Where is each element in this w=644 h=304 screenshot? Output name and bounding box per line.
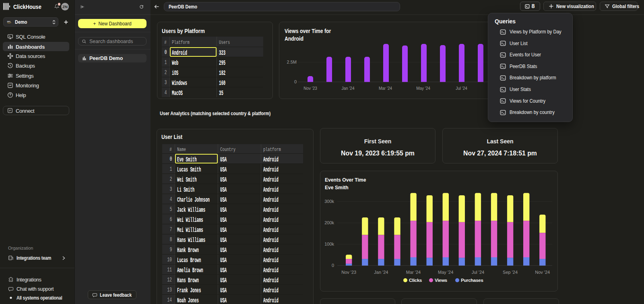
svg-text:May '24: May '24 [438,270,453,275]
svg-text:Mar '24: Mar '24 [379,86,392,91]
svg-text:Purchases: Purchases [461,278,483,283]
svg-text:Views: Views [435,278,447,283]
svg-text:May '24: May '24 [416,86,430,91]
svg-text:Nov '23: Nov '23 [341,270,356,275]
svg-text:Jan '24: Jan '24 [374,270,388,275]
svg-text:aws: aws [7,21,11,23]
svg-text:200k: 200k [324,220,334,225]
svg-text:Clicks: Clicks [409,278,422,283]
svg-text:Nov '24: Nov '24 [535,270,550,275]
svg-text:Sep '24: Sep '24 [503,270,518,275]
svg-text:Jul '24: Jul '24 [456,86,467,91]
svg-text:0: 0 [332,263,334,268]
svg-text:Nov '23: Nov '23 [303,86,317,91]
svg-text:Mar '24: Mar '24 [406,270,421,275]
svg-text:2.5M: 2.5M [287,60,297,64]
svg-text:Jul '24: Jul '24 [472,270,484,275]
svg-text:Jan '24: Jan '24 [342,86,355,91]
svg-text:0: 0 [294,79,297,84]
svg-text:300k: 300k [324,199,334,204]
svg-text:100k: 100k [324,242,334,246]
